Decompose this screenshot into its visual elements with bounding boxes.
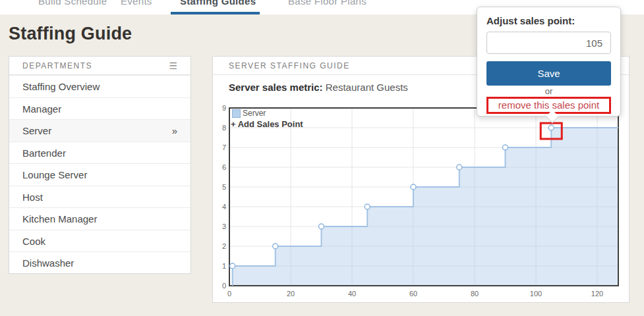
svg-text:80: 80 bbox=[471, 290, 479, 298]
svg-text:5: 5 bbox=[222, 183, 226, 191]
sales-metric-line: Server sales metric: Restaurant Guests bbox=[229, 82, 408, 93]
sidebar-item-dishwasher[interactable]: Dishwasher» bbox=[9, 251, 190, 274]
svg-text:20: 20 bbox=[287, 290, 295, 298]
sidebar-item-cook[interactable]: Cook» bbox=[9, 230, 190, 252]
svg-text:6: 6 bbox=[222, 163, 226, 171]
tab-events[interactable]: Events bbox=[121, 0, 152, 7]
departments-panel: DEPARTMENTS ☰ Staffing Overview» Manager… bbox=[9, 56, 191, 274]
svg-text:7: 7 bbox=[222, 144, 226, 151]
svg-text:3: 3 bbox=[222, 223, 226, 230]
sales-metric-value: Restaurant Guests bbox=[326, 82, 408, 93]
svg-text:9: 9 bbox=[222, 104, 226, 112]
svg-text:120: 120 bbox=[591, 290, 603, 298]
tab-build-schedule[interactable]: Build Schedule bbox=[38, 0, 107, 7]
sidebar-item-bartender[interactable]: Bartender» bbox=[9, 142, 190, 164]
add-sales-point-button[interactable]: + Add Sales Point bbox=[231, 119, 303, 129]
chevron-right-icon: » bbox=[172, 120, 177, 142]
svg-text:8: 8 bbox=[222, 124, 226, 132]
sidebar-item-server[interactable]: Server» bbox=[9, 119, 190, 142]
sales-point-input[interactable] bbox=[486, 32, 611, 54]
remove-annotation-box: remove this sales point bbox=[486, 97, 611, 114]
active-tab-underline bbox=[171, 12, 260, 14]
sidebar-item-lounge-server[interactable]: Lounge Server» bbox=[9, 163, 190, 186]
adjust-sales-point-popover: Adjust sales point: Save or remove this … bbox=[477, 7, 621, 117]
svg-text:2: 2 bbox=[222, 242, 226, 250]
tab-staffing-guides[interactable]: Staffing Guides bbox=[180, 0, 256, 7]
adjust-sales-point-label: Adjust sales point: bbox=[486, 15, 611, 27]
panel-title: SERVER STAFFING GUIDE bbox=[229, 61, 350, 70]
or-text: or bbox=[486, 86, 611, 96]
tab-base-floor-plans[interactable]: Base Floor Plans bbox=[288, 0, 366, 7]
sidebar-item-manager[interactable]: Manager» bbox=[9, 97, 190, 120]
svg-text:0: 0 bbox=[227, 290, 231, 298]
svg-text:60: 60 bbox=[409, 290, 417, 298]
page-title: Staffing Guide bbox=[9, 24, 132, 44]
remove-sales-point-link[interactable]: remove this sales point bbox=[498, 99, 599, 111]
list-icon[interactable]: ☰ bbox=[169, 61, 177, 70]
departments-header: DEPARTMENTS ☰ bbox=[9, 57, 190, 75]
svg-text:4: 4 bbox=[222, 203, 226, 211]
departments-title: DEPARTMENTS bbox=[22, 61, 92, 70]
svg-text:0: 0 bbox=[222, 282, 226, 290]
save-button[interactable]: Save bbox=[486, 61, 611, 86]
sales-metric-label: Server sales metric: bbox=[229, 82, 323, 93]
sidebar-item-host[interactable]: Host» bbox=[9, 186, 190, 208]
svg-text:1: 1 bbox=[222, 262, 226, 270]
svg-text:40: 40 bbox=[348, 290, 356, 298]
sidebar-item-staffing-overview[interactable]: Staffing Overview» bbox=[9, 75, 190, 97]
svg-text:100: 100 bbox=[530, 290, 542, 298]
sidebar-item-kitchen-manager[interactable]: Kitchen Manager» bbox=[9, 207, 190, 230]
plus-icon: + bbox=[231, 119, 236, 129]
